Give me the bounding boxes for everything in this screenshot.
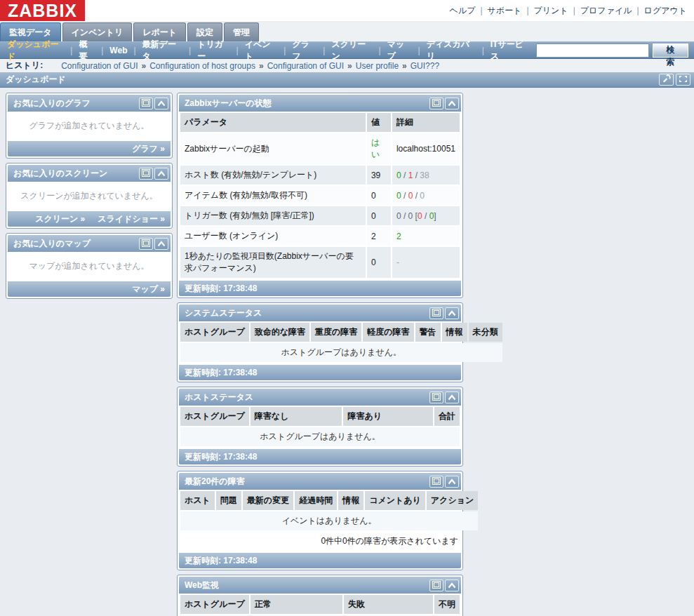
- widget-collapse-button[interactable]: [445, 391, 459, 403]
- fullscreen-button[interactable]: [676, 74, 690, 86]
- empty-message: グラフが追加されていません。: [8, 112, 171, 140]
- chevron-up-icon: [157, 239, 166, 249]
- column-header: 詳細: [392, 113, 460, 132]
- widget-collapse-button[interactable]: [154, 168, 168, 180]
- column-header: パラメータ: [180, 113, 366, 132]
- issues-count-summary: 0件中0件の障害が表示されています: [179, 532, 461, 551]
- wrench-icon: [662, 74, 671, 86]
- widget-title: お気に入りのマップ: [13, 238, 138, 250]
- nav-triggers[interactable]: トリガー: [191, 39, 236, 62]
- column-header: 問題: [216, 491, 241, 510]
- widget-server-status: Zabbixサーバーの状態 パラメータ 値 詳細 Zabbixサーバーの起動: [177, 93, 463, 298]
- zabbix-dashboard-page: ZABBIX ヘルプ | サポート | プリント | プロファイル | ログアウ…: [0, 0, 694, 616]
- widget-collapse-button[interactable]: [445, 580, 459, 591]
- widget-menu-button[interactable]: [139, 98, 153, 109]
- value-cell: 0: [367, 186, 391, 205]
- window-icon: [142, 98, 150, 109]
- parameter-cell: 1秒あたりの監視項目数(Zabbixサーバーの要求パフォーマンス): [180, 247, 366, 278]
- details-cell: 0 / 0 / 0: [392, 186, 460, 205]
- graphs-link[interactable]: グラフ »: [132, 143, 165, 155]
- slideshows-link[interactable]: スライドショー »: [98, 213, 165, 225]
- top-links: ヘルプ | サポート | プリント | プロファイル | ログアウト: [450, 5, 694, 17]
- column-header: ホストグループ: [180, 595, 249, 614]
- nav-events[interactable]: イベント: [239, 39, 284, 62]
- widget-favourite-graphs: お気に入りのグラフ グラフが追加されていません。 グラフ »: [6, 93, 173, 159]
- widget-collapse-button[interactable]: [445, 307, 459, 319]
- nav-screens[interactable]: スクリーン: [325, 39, 378, 62]
- widget-title: お気に入りのグラフ: [13, 98, 138, 109]
- widget-header: お気に入りのスクリーン: [8, 165, 171, 182]
- parameter-cell: トリガー数 (有効/無効 [障害/正常]): [180, 206, 366, 225]
- widget-web-monitoring: Web監視 ホストグループ 正常 失敗 不明 Webシナリオ: [177, 575, 463, 616]
- search-input[interactable]: [536, 43, 649, 58]
- link-profile[interactable]: プロファイル: [580, 5, 632, 17]
- widget-header: Zabbixサーバーの状態: [179, 95, 461, 112]
- widget-favourite-maps: お気に入りのマップ マップが追加されていません。 マップ »: [6, 233, 173, 299]
- nav-discovery[interactable]: ディスカバリ: [420, 39, 482, 62]
- widget-header: 最新20件の障害: [179, 473, 461, 490]
- link-logout[interactable]: ログアウト: [644, 5, 687, 17]
- nav-dashboard[interactable]: ダッシュボード: [6, 39, 70, 62]
- widget-menu-button[interactable]: [429, 580, 443, 591]
- link-help[interactable]: ヘルプ: [450, 5, 476, 17]
- widget-footer: マップ »: [8, 281, 171, 297]
- nav-graphs[interactable]: グラフ: [286, 39, 323, 62]
- link-support[interactable]: サポート: [488, 5, 522, 17]
- nav-maps[interactable]: マップ: [381, 39, 418, 62]
- widget-menu-button[interactable]: [429, 98, 443, 109]
- window-icon: [432, 308, 441, 319]
- dashboard-config-button[interactable]: [659, 74, 674, 86]
- screens-link[interactable]: スクリーン »: [35, 213, 85, 225]
- breadcrumb: ヒストリ: Configuration of GUI » Configurati…: [0, 59, 694, 72]
- widget-footer: 更新時刻: 17:38:48: [179, 449, 461, 464]
- widget-title: Web監視: [185, 580, 428, 591]
- table-row: Zabbixサーバーの起動 はい localhost:10051: [180, 133, 460, 164]
- widget-menu-button[interactable]: [429, 476, 443, 488]
- column-header: 致命的な障害: [251, 323, 309, 342]
- column-header: ホストグループ: [180, 323, 249, 342]
- column-header: 経過時間: [295, 491, 337, 510]
- window-icon: [432, 476, 441, 487]
- maps-link[interactable]: マップ »: [132, 283, 165, 295]
- breadcrumb-item[interactable]: Configuration of host groups: [149, 61, 255, 71]
- search-button[interactable]: 検索: [653, 43, 688, 58]
- nav-web[interactable]: Web: [103, 46, 133, 55]
- chevron-up-icon: [448, 308, 456, 319]
- nav-overview[interactable]: 概要: [72, 39, 101, 62]
- zabbix-logo[interactable]: ZABBIX: [0, 0, 85, 21]
- column-header: ホストグループ: [180, 407, 249, 426]
- column-header: アクション: [427, 491, 478, 510]
- widget-collapse-button[interactable]: [445, 476, 459, 488]
- widget-collapse-button[interactable]: [154, 238, 168, 250]
- widget-collapse-button[interactable]: [154, 98, 168, 109]
- breadcrumb-separator: »: [259, 61, 264, 71]
- column-header: 障害なし: [251, 407, 342, 426]
- breadcrumb-item[interactable]: Configuration of GUI: [267, 61, 344, 71]
- widget-menu-button[interactable]: [139, 168, 153, 180]
- widget-favourite-screens: お気に入りのスクリーン スクリーンが追加されていません。 スクリーン » スライ…: [6, 163, 173, 229]
- widget-menu-button[interactable]: [429, 307, 443, 319]
- column-header: ホスト: [180, 491, 215, 510]
- widget-collapse-button[interactable]: [445, 98, 459, 109]
- link-print[interactable]: プリント: [534, 5, 568, 17]
- widget-menu-button[interactable]: [429, 391, 443, 403]
- web-monitoring-table: ホストグループ 正常 失敗 不明 Webシナリオが設定されていません。: [179, 594, 461, 616]
- breadcrumb-item[interactable]: Configuration of GUI: [61, 61, 138, 71]
- widget-footer: 更新時刻: 17:38:48: [179, 553, 461, 568]
- nav-it-services[interactable]: ITサービス: [484, 39, 536, 62]
- widget-header: システムステータス: [179, 304, 461, 321]
- table-row: ホストグループはありません。: [180, 343, 502, 362]
- window-icon: [432, 580, 441, 591]
- breadcrumb-item[interactable]: User profile: [356, 61, 399, 71]
- widget-menu-button[interactable]: [139, 238, 153, 250]
- column-header: 最新の変更: [243, 491, 293, 510]
- widget-title: ホストステータス: [185, 391, 428, 403]
- updated-time: 更新時刻: 17:38:48: [185, 451, 257, 463]
- parameter-cell: ホスト数 (有効/無効/テンプレート): [180, 166, 366, 185]
- updated-time: 更新時刻: 17:38:48: [185, 555, 257, 567]
- history-label: ヒストリ:: [6, 60, 43, 72]
- nav-latest-data[interactable]: 最新データ: [136, 39, 189, 62]
- column-header: 未分類: [469, 323, 502, 342]
- column-header: 軽度の障害: [363, 323, 413, 342]
- breadcrumb-item[interactable]: GUI???: [411, 61, 439, 71]
